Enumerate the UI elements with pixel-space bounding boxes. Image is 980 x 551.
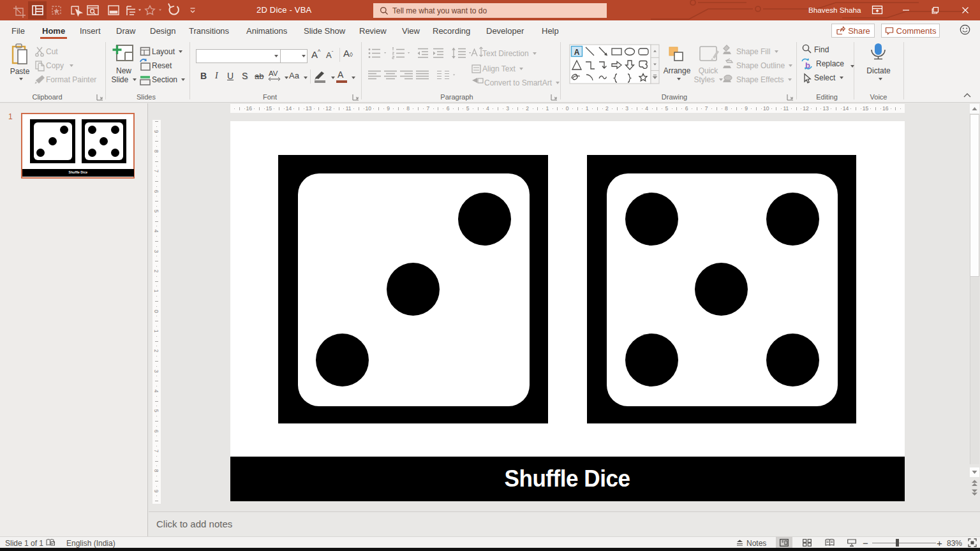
svg-text:A: A [574,48,580,57]
